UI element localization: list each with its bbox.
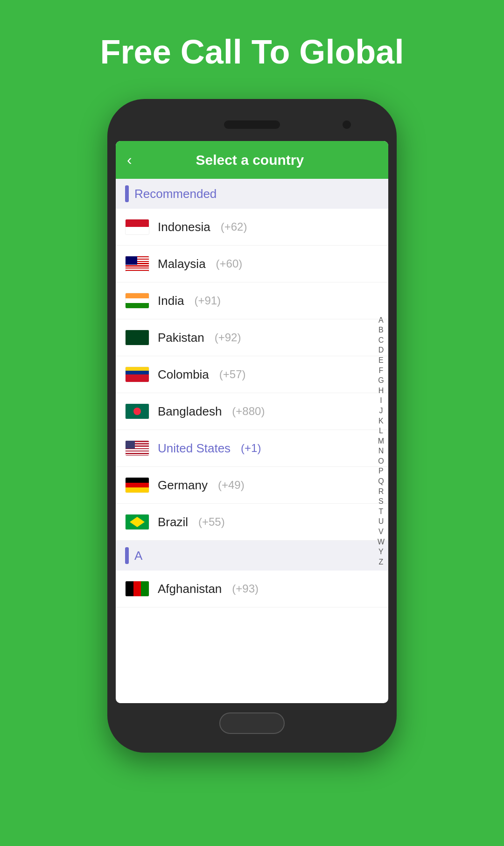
alpha-s[interactable]: S (377, 497, 385, 506)
alpha-z[interactable]: Z (377, 557, 385, 567)
country-code-brazil: (+55) (198, 515, 225, 529)
alpha-r[interactable]: R (377, 487, 386, 496)
country-item-us[interactable]: United States (+1) (116, 430, 388, 467)
flag-pakistan (125, 330, 149, 345)
alpha-f[interactable]: F (377, 366, 385, 375)
country-code-colombia: (+57) (219, 368, 246, 381)
alpha-k[interactable]: K (377, 416, 385, 426)
country-code-afghanistan: (+93) (232, 582, 259, 595)
flag-indonesia (125, 219, 149, 235)
screen-title: Select a country (141, 152, 358, 168)
country-code-indonesia: (+62) (221, 220, 247, 233)
alpha-g[interactable]: G (376, 376, 385, 385)
alpha-a[interactable]: A (377, 316, 385, 325)
flag-malaysia (125, 256, 149, 272)
alpha-c[interactable]: C (377, 336, 386, 345)
country-list[interactable]: Recommended Indonesia (+62) Malaysia (+6… (116, 179, 388, 703)
alpha-i[interactable]: I (378, 396, 384, 405)
section-indicator-a (125, 547, 129, 564)
country-name-india: India (158, 294, 184, 308)
alpha-w[interactable]: W (376, 537, 386, 547)
flag-india (125, 293, 149, 309)
country-code-india: (+91) (194, 294, 221, 307)
alpha-b[interactable]: B (377, 325, 385, 335)
alphabet-index: A B C D E F G H I J K L M N O P Q R S T (376, 179, 386, 703)
alpha-m[interactable]: M (376, 437, 386, 446)
country-name-bangladesh: Bangladesh (158, 404, 222, 419)
country-item-bangladesh[interactable]: Bangladesh (+880) (116, 393, 388, 430)
country-item-afghanistan[interactable]: Afghanistan (+93) (116, 571, 388, 607)
country-item-colombia[interactable]: Colombia (+57) (116, 356, 388, 393)
alpha-n[interactable]: N (377, 446, 386, 456)
alpha-y[interactable]: Y (377, 547, 385, 557)
a-label: A (134, 549, 142, 563)
phone-speaker (224, 120, 280, 129)
country-name-afghanistan: Afghanistan (158, 582, 222, 596)
country-code-bangladesh: (+880) (232, 405, 265, 418)
country-code-malaysia: (+60) (216, 257, 243, 270)
alpha-h[interactable]: H (377, 386, 386, 395)
alpha-d[interactable]: D (377, 345, 386, 355)
app-title: Free Call To Global (100, 33, 404, 71)
country-code-pakistan: (+92) (215, 331, 241, 344)
country-item-indonesia[interactable]: Indonesia (+62) (116, 209, 388, 246)
country-name-indonesia: Indonesia (158, 220, 210, 234)
section-recommended: Recommended (116, 179, 388, 209)
country-name-malaysia: Malaysia (158, 257, 206, 271)
recommended-label: Recommended (134, 187, 217, 201)
alpha-u[interactable]: U (377, 517, 386, 526)
country-name-us: United States (158, 441, 231, 456)
section-a: A (116, 541, 388, 571)
back-button[interactable]: ‹ (127, 151, 132, 169)
flag-us (125, 440, 149, 456)
alpha-o[interactable]: O (376, 457, 385, 466)
alpha-t[interactable]: T (377, 507, 385, 516)
screen-header: ‹ Select a country (116, 141, 388, 179)
country-name-brazil: Brazil (158, 515, 188, 529)
flag-bangladesh (125, 403, 149, 419)
country-name-pakistan: Pakistan (158, 331, 204, 345)
country-item-pakistan[interactable]: Pakistan (+92) (116, 319, 388, 356)
phone-bottom-bar (116, 703, 388, 739)
alpha-e[interactable]: E (377, 356, 385, 365)
flag-brazil (125, 514, 149, 530)
country-item-malaysia[interactable]: Malaysia (+60) (116, 246, 388, 282)
country-code-germany: (+49) (218, 479, 245, 492)
alpha-q[interactable]: Q (376, 477, 385, 486)
country-item-india[interactable]: India (+91) (116, 282, 388, 319)
alpha-l[interactable]: L (377, 426, 385, 436)
home-button[interactable] (219, 712, 285, 734)
country-item-germany[interactable]: Germany (+49) (116, 467, 388, 504)
country-name-germany: Germany (158, 478, 208, 493)
flag-afghanistan (125, 581, 149, 597)
alpha-p[interactable]: P (377, 466, 385, 476)
phone-top-bar (116, 113, 388, 136)
phone-frame: ‹ Select a country Recommended Indonesia… (107, 99, 397, 753)
flag-colombia (125, 367, 149, 382)
flag-germany (125, 477, 149, 493)
country-name-colombia: Colombia (158, 367, 209, 382)
alpha-j[interactable]: J (377, 406, 385, 416)
country-code-us: (+1) (241, 442, 261, 455)
phone-camera (343, 120, 351, 129)
country-item-brazil[interactable]: Brazil (+55) (116, 504, 388, 541)
section-indicator (125, 185, 129, 202)
phone-screen: ‹ Select a country Recommended Indonesia… (116, 141, 388, 703)
alpha-v[interactable]: V (377, 527, 385, 536)
